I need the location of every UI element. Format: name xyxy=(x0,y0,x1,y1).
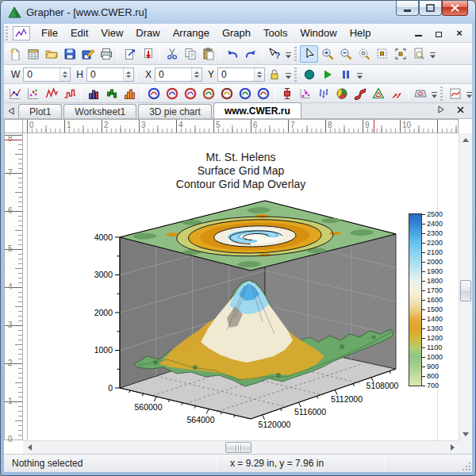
toolbar-overflow-button[interactable] xyxy=(283,46,293,62)
smith-plot-button[interactable] xyxy=(254,85,272,102)
save-button[interactable] xyxy=(60,45,79,63)
menubar-grip[interactable] xyxy=(6,26,8,40)
step-plot-button[interactable] xyxy=(60,85,79,102)
3d-scatter-plot-button[interactable] xyxy=(296,85,314,102)
spinner-buttons[interactable] xyxy=(123,68,133,81)
whats-this-help-button[interactable]: ? xyxy=(265,45,283,63)
ternary-diagram-button[interactable] xyxy=(369,85,387,102)
tab-3d-pie-chart[interactable]: 3D pie chart xyxy=(138,104,212,118)
export-button[interactable] xyxy=(121,45,139,63)
toolbar-overflow-button[interactable] xyxy=(283,67,293,83)
zoom-selected-button[interactable] xyxy=(355,45,373,63)
box-whisker-plot-button[interactable] xyxy=(278,85,296,102)
tab-worksheet1[interactable]: Worksheet1 xyxy=(63,104,136,118)
surface-plot[interactable]: 0 1000 2000 3000 4000 560000 564000 5120… xyxy=(23,133,459,440)
spinner-buttons[interactable] xyxy=(254,68,264,81)
aspect-lock-button[interactable] xyxy=(265,66,283,83)
record-script-button[interactable] xyxy=(300,66,318,83)
menu-view[interactable]: View xyxy=(94,25,129,41)
toolbar-overflow-button[interactable] xyxy=(355,67,364,83)
zoom-window-button[interactable] xyxy=(373,45,391,63)
mdi-restore-button[interactable] xyxy=(432,27,445,38)
3d-ribbon-plot-button[interactable] xyxy=(351,85,369,102)
histogram-button[interactable] xyxy=(121,85,139,102)
mdi-minimize-button[interactable] xyxy=(412,27,424,38)
zoom-out-button[interactable] xyxy=(336,45,355,63)
menu-edit[interactable]: Edit xyxy=(64,25,94,41)
menu-tools[interactable]: Tools xyxy=(257,25,294,41)
toolbar-grip[interactable] xyxy=(440,86,443,101)
spinner-buttons[interactable] xyxy=(191,68,202,81)
new-document-button[interactable] xyxy=(6,45,24,63)
menu-draw[interactable]: Draw xyxy=(129,25,166,41)
undo-button[interactable] xyxy=(223,45,241,63)
maximize-button[interactable] xyxy=(419,1,442,16)
polar-class-plot-button[interactable] xyxy=(163,85,181,102)
redo-button[interactable] xyxy=(241,45,259,63)
h-field[interactable]: 0 xyxy=(86,67,134,82)
scroll-right-button[interactable] xyxy=(446,441,459,454)
w-field[interactable]: 0 xyxy=(23,67,71,82)
color-scale-legend[interactable]: 7008009001000110012001300140015001600170… xyxy=(409,213,456,388)
menu-window[interactable]: Window xyxy=(294,25,343,41)
vertical-scroll-thumb[interactable] xyxy=(460,280,471,301)
menu-arrange[interactable]: Arrange xyxy=(167,25,216,41)
plot-canvas[interactable]: Mt. St. Helens Surface Grid Map Contour … xyxy=(23,133,459,440)
import-button[interactable] xyxy=(139,45,157,63)
toolbar-grip[interactable] xyxy=(294,67,297,82)
y-field[interactable]: 0 xyxy=(217,67,265,82)
pie-chart-button[interactable] xyxy=(332,85,351,102)
save-as-button[interactable] xyxy=(79,45,97,63)
vertical-ruler[interactable]: 876543210 xyxy=(4,133,23,440)
close-button[interactable] xyxy=(442,1,468,16)
vector-plot-button[interactable] xyxy=(387,85,405,102)
horizontal-ruler[interactable]: 012345678910 xyxy=(23,119,459,133)
mdi-close-button[interactable]: × xyxy=(453,27,466,38)
function-plot-button[interactable] xyxy=(446,85,464,102)
cut-button[interactable] xyxy=(163,45,181,63)
floating-bar-chart-button[interactable] xyxy=(102,85,121,102)
paste-button[interactable] xyxy=(199,45,217,63)
tab-plot1[interactable]: Plot1 xyxy=(18,104,62,118)
print-button[interactable] xyxy=(97,45,115,63)
line-plot-button[interactable] xyxy=(42,85,60,102)
menu-graph[interactable]: Graph xyxy=(216,25,257,41)
scroll-left-button[interactable] xyxy=(23,441,36,454)
zoom-in-button[interactable] xyxy=(318,45,336,63)
horizontal-scrollbar[interactable] xyxy=(23,440,459,454)
radar-plot-button[interactable] xyxy=(217,85,236,102)
vertical-scrollbar[interactable] xyxy=(459,133,472,440)
menu-help[interactable]: Help xyxy=(344,25,378,41)
fit-to-window-button[interactable] xyxy=(391,45,409,63)
pause-script-button[interactable] xyxy=(336,66,355,83)
contour-map-button[interactable] xyxy=(411,85,429,102)
toolbar-overflow-button[interactable] xyxy=(428,46,437,62)
scroll-up-button[interactable] xyxy=(459,133,472,146)
title-bar[interactable]: Grapher - [www.CWER.ru] xyxy=(1,1,475,24)
toolbar-overflow-button[interactable] xyxy=(464,86,474,102)
tab-www-cwer-ru[interactable]: www.CWER.ru xyxy=(213,102,301,118)
polar-plot-button[interactable] xyxy=(144,85,163,102)
line-scatter-plot-button[interactable] xyxy=(6,85,24,102)
toolbar-grip[interactable] xyxy=(294,47,297,61)
bar-chart-button[interactable] xyxy=(84,85,102,102)
run-script-button[interactable] xyxy=(318,66,336,83)
select-pointer-button[interactable] xyxy=(300,45,318,63)
polar-bar-chart-button[interactable] xyxy=(236,85,254,102)
new-worksheet-button[interactable] xyxy=(24,45,42,63)
resize-grip[interactable] xyxy=(461,461,470,470)
x-field[interactable]: 0 xyxy=(155,67,202,82)
print-preview-button[interactable] xyxy=(409,45,428,63)
open-button[interactable] xyxy=(42,45,60,63)
tab-scroll-left-button[interactable] xyxy=(4,104,18,118)
copy-button[interactable] xyxy=(181,45,199,63)
horizontal-scroll-thumb[interactable] xyxy=(225,442,251,453)
tab-scroll-right-button[interactable] xyxy=(434,102,448,117)
scroll-down-button[interactable] xyxy=(459,428,472,440)
menu-file[interactable]: File xyxy=(35,25,64,41)
spinner-buttons[interactable] xyxy=(60,68,70,81)
hi-low-close-plot-button[interactable] xyxy=(314,85,332,102)
toolbar-overflow-button[interactable] xyxy=(429,86,439,102)
scatter-plot-button[interactable] xyxy=(24,85,42,102)
minimize-button[interactable] xyxy=(396,1,419,16)
